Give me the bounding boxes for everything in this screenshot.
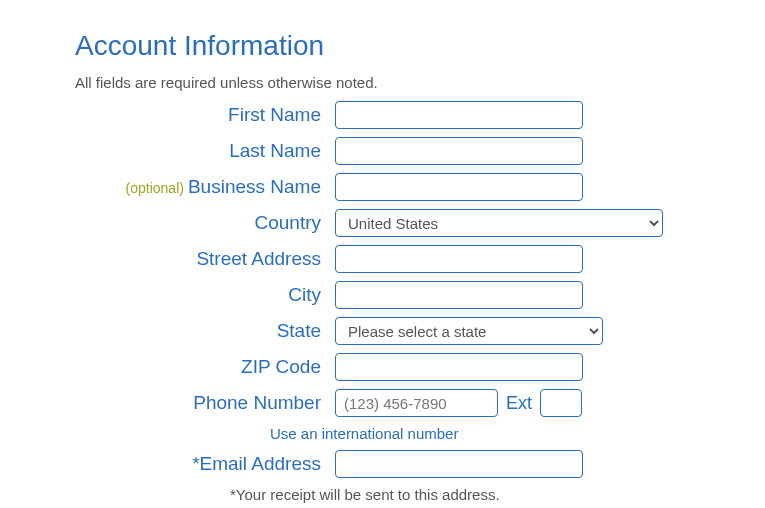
street-address-row: Street Address xyxy=(75,245,755,273)
phone-label: Phone Number xyxy=(193,392,321,413)
business-name-row: (optional)Business Name xyxy=(75,173,755,201)
state-row: State Please select a state xyxy=(75,317,755,345)
zip-label: ZIP Code xyxy=(241,356,321,377)
email-asterisk: * xyxy=(192,453,199,474)
phone-row: Phone Number Ext xyxy=(75,389,755,417)
business-name-label: Business Name xyxy=(188,176,321,197)
optional-tag: (optional) xyxy=(126,180,184,196)
first-name-input[interactable] xyxy=(335,101,583,129)
city-input[interactable] xyxy=(335,281,583,309)
ext-label: Ext xyxy=(506,393,532,414)
city-label: City xyxy=(288,284,321,305)
first-name-row: First Name xyxy=(75,101,755,129)
state-select[interactable]: Please select a state xyxy=(335,317,603,345)
zip-row: ZIP Code xyxy=(75,353,755,381)
page-title: Account Information xyxy=(75,30,755,62)
ext-input[interactable] xyxy=(540,389,582,417)
email-input[interactable] xyxy=(335,450,583,478)
country-label: Country xyxy=(254,212,321,233)
business-name-input[interactable] xyxy=(335,173,583,201)
required-note: All fields are required unless otherwise… xyxy=(75,74,755,91)
first-name-label: First Name xyxy=(228,104,321,125)
intl-number-link[interactable]: Use an international number xyxy=(270,425,458,442)
street-address-label: Street Address xyxy=(196,248,321,269)
zip-input[interactable] xyxy=(335,353,583,381)
last-name-input[interactable] xyxy=(335,137,583,165)
email-row: *Email Address xyxy=(75,450,755,478)
last-name-label: Last Name xyxy=(229,140,321,161)
country-row: Country United States xyxy=(75,209,755,237)
email-label: Email Address xyxy=(200,453,321,474)
state-label: State xyxy=(277,320,321,341)
last-name-row: Last Name xyxy=(75,137,755,165)
street-address-input[interactable] xyxy=(335,245,583,273)
phone-input[interactable] xyxy=(335,389,498,417)
receipt-note: *Your receipt will be sent to this addre… xyxy=(230,486,755,503)
country-select[interactable]: United States xyxy=(335,209,663,237)
city-row: City xyxy=(75,281,755,309)
